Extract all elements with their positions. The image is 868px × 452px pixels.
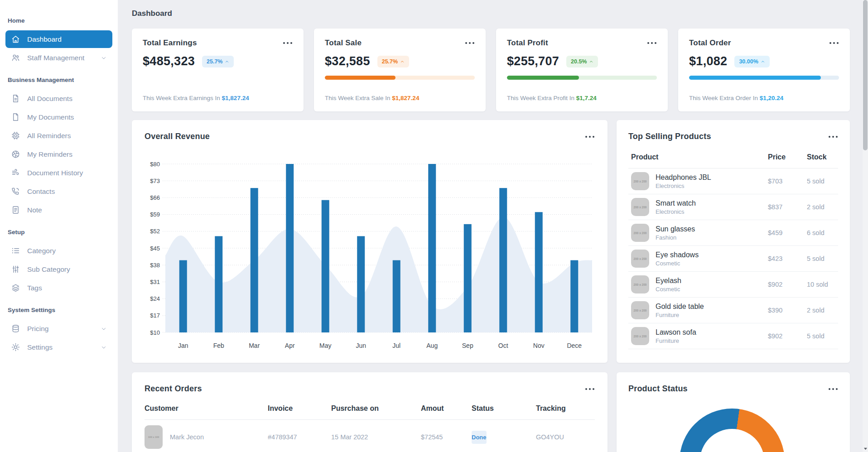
list-icon: [11, 246, 20, 255]
svg-text:$38: $38: [150, 262, 160, 269]
sidebar-item-document-history[interactable]: Document History: [5, 164, 112, 182]
more-options-button[interactable]: [283, 42, 293, 44]
more-options-button[interactable]: [585, 135, 595, 138]
svg-text:$52: $52: [150, 228, 160, 235]
stat-footer: This Week Extra Earnings In $1,827.24: [143, 95, 293, 101]
order-progress-bar: [689, 76, 839, 80]
database-icon: [11, 324, 20, 333]
product-name: Sun glasses: [656, 225, 695, 233]
section-label-home: Home: [0, 8, 118, 29]
svg-text:Dece: Dece: [567, 342, 582, 349]
sidebar-item-my-documents[interactable]: My Documents: [5, 108, 112, 126]
status-badge[interactable]: Done: [472, 431, 487, 444]
stat-footer-text: This Week Extra Earnings In: [143, 95, 220, 101]
more-options-button[interactable]: [828, 135, 838, 138]
product-category: Cosmetic: [656, 286, 681, 293]
total-sale-card: Total Sale $32,585 25.7% This Week Extra…: [314, 29, 486, 111]
card-title: Total Earnings: [143, 38, 197, 48]
sidebar-item-all-reminders[interactable]: All Reminders: [5, 127, 112, 144]
product-thumbnail: 200 x 200: [631, 198, 649, 216]
trend-percent: 20.5%: [571, 58, 587, 65]
sale-progress-bar: [325, 76, 475, 80]
column-stock: Stock: [807, 153, 838, 161]
gear-icon: [11, 342, 20, 352]
svg-text:Apr: Apr: [285, 342, 295, 349]
product-thumbnail: 200 x 200: [631, 327, 649, 345]
svg-text:Oct: Oct: [498, 342, 508, 349]
product-category: Furniture: [656, 312, 704, 318]
svg-text:Jan: Jan: [178, 342, 188, 349]
svg-text:$45: $45: [150, 245, 160, 252]
order-row[interactable]: 100 x 100 Mark Jecon #4789347 15 Mar 202…: [145, 420, 595, 452]
chevron-up-icon: [589, 59, 593, 64]
more-options-button[interactable]: [829, 42, 839, 44]
trend-badge[interactable]: 20.5%: [566, 56, 598, 67]
total-order-card: Total Order $1,082 30.00% This Week Extr…: [678, 29, 850, 111]
svg-text:May: May: [319, 342, 331, 349]
product-row[interactable]: 200 x 200 Gold side table Furniture $390…: [628, 298, 838, 323]
table-header: Customer Invoice Pusrchase on Amout Stat…: [145, 404, 595, 420]
avatar: 100 x 100: [145, 425, 163, 449]
sidebar-item-all-documents[interactable]: All Documents: [5, 90, 112, 107]
product-row[interactable]: 200 x 200 Smart watch Electronics $837 2…: [628, 194, 838, 220]
trend-badge[interactable]: 25.7%: [377, 56, 409, 67]
product-name: Eyelash: [656, 277, 681, 285]
sidebar-item-label: Note: [27, 206, 42, 214]
stat-footer-amount: $1,7.24: [576, 95, 597, 101]
sidebar-item-sub-category[interactable]: Sub Category: [5, 260, 112, 278]
sidebar-item-label: My Documents: [27, 113, 74, 121]
stat-footer-text: This Week Extra Sale In: [325, 95, 391, 101]
product-name: Eye shadows: [656, 251, 699, 259]
more-options-button[interactable]: [465, 42, 475, 44]
card-title: Top Selling Products: [628, 132, 711, 141]
sidebar-item-staff-management[interactable]: Staff Management: [5, 49, 112, 67]
sidebar-item-category[interactable]: Category: [5, 242, 112, 260]
svg-text:Jun: Jun: [356, 342, 366, 349]
sidebar-item-settings[interactable]: Settings: [5, 338, 112, 356]
sidebar-item-note[interactable]: Note: [5, 201, 112, 219]
section-label-business-management: Business Management: [0, 67, 118, 89]
product-row[interactable]: 200 x 200 Eyelash Cosmetic $902 10 sold: [628, 272, 838, 298]
product-price: $837: [768, 203, 807, 211]
vertical-scrollbar[interactable]: [863, 0, 868, 452]
product-thumbnail: 200 x 200: [631, 250, 649, 268]
product-row[interactable]: 200 x 200 Headphones JBL Electronics $70…: [628, 168, 838, 194]
sidebar-item-tags[interactable]: Tags: [5, 279, 112, 297]
product-category: Cosmetic: [656, 260, 699, 267]
sidebar-item-pricing[interactable]: Pricing: [5, 320, 112, 337]
sidebar-item-contacts[interactable]: Contacts: [5, 183, 112, 200]
order-tracking: GO4YOU: [536, 433, 595, 441]
section-label-system-settings: System Settings: [0, 298, 118, 319]
more-options-button[interactable]: [828, 388, 838, 390]
column-amount: Amout: [421, 404, 472, 413]
svg-text:Feb: Feb: [213, 342, 224, 349]
stat-cards-row: Total Earnings $485,323 25.7% This Week …: [132, 29, 850, 111]
chevron-down-icon: [101, 326, 107, 332]
stat-footer-amount: $1,20.24: [760, 95, 784, 101]
product-row[interactable]: 200 x 200 Lawson sofa Furniture $902 5 s…: [628, 323, 838, 349]
trend-percent: 25.7%: [382, 58, 398, 65]
product-row[interactable]: 200 x 200 Eye shadows Cosmetic $423 5 so…: [628, 246, 838, 272]
more-options-button[interactable]: [647, 42, 657, 44]
stat-value: $255,707: [507, 54, 559, 68]
users-icon: [11, 53, 20, 63]
sidebar-item-dashboard[interactable]: Dashboard: [5, 30, 112, 48]
trend-badge[interactable]: 25.7%: [202, 56, 234, 67]
flow-icon: [11, 168, 20, 178]
sliders-icon: [11, 264, 20, 274]
trend-badge[interactable]: 30.00%: [734, 56, 769, 67]
product-status-card: Product Status: [617, 372, 850, 452]
product-stock: 2 sold: [807, 203, 838, 211]
scrollbar-thumb[interactable]: [863, 0, 868, 150]
chevron-up-icon: [400, 59, 405, 64]
scroll-down-button[interactable]: [863, 446, 868, 451]
card-title: Recent Orders: [145, 384, 202, 394]
product-row[interactable]: 200 x 200 Sun glasses Fashion $459 6 sol…: [628, 220, 838, 246]
column-customer: Customer: [145, 404, 268, 413]
product-price: $459: [768, 229, 807, 236]
product-name: Lawson sofa: [656, 328, 696, 337]
product-stock: 6 sold: [807, 229, 838, 236]
sidebar-item-my-reminders[interactable]: My Reminders: [5, 145, 112, 163]
more-options-button[interactable]: [585, 388, 595, 390]
column-price: Price: [768, 153, 807, 161]
